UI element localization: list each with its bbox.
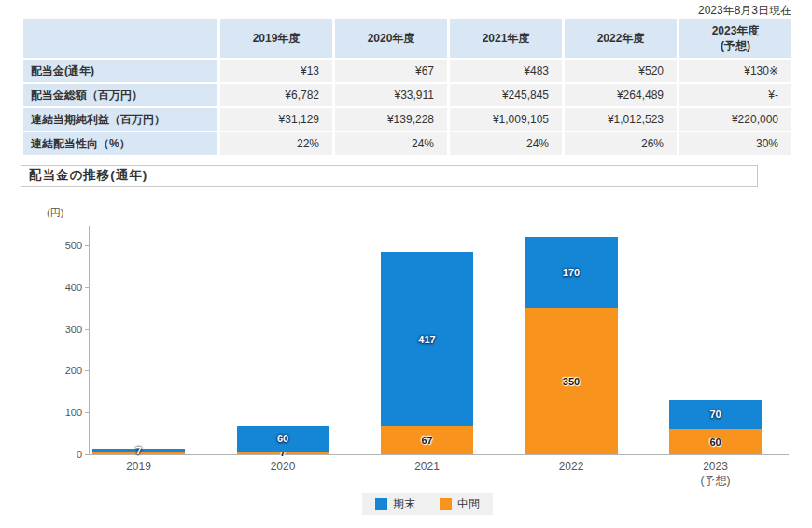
legend-label: 中間 — [457, 496, 480, 512]
y-axis-tick-label: 100 — [45, 407, 82, 418]
y-axis-tick — [85, 245, 89, 246]
legend-item: 期末 — [375, 496, 415, 512]
y-axis-tick — [85, 454, 89, 455]
bar-value-label: 7 — [135, 445, 141, 455]
chart-legend: 期末中間 — [362, 493, 493, 515]
x-axis-category-label: 2023 (予想) — [655, 460, 777, 488]
x-axis-category-label: 2019 — [78, 460, 200, 474]
x-axis-line — [89, 454, 789, 455]
bar-value-label: 67 — [421, 435, 432, 445]
y-axis-tick-label: 200 — [45, 365, 82, 376]
dividend-summary-page: 2023年8月3日現在 2019年度2020年度2021年度2022年度2023… — [0, 0, 812, 528]
bar-value-label: 350 — [563, 376, 580, 386]
bar-value-label: 60 — [709, 437, 721, 447]
y-axis-tick — [85, 370, 89, 371]
y-axis-tick-label: 500 — [45, 240, 82, 251]
legend-swatch-icon — [440, 498, 452, 510]
bar-value-label: 170 — [563, 268, 580, 278]
bar-value-label: 60 — [277, 434, 288, 444]
y-axis-tick-label: 300 — [45, 324, 82, 335]
x-axis-category-label: 2022 — [511, 460, 632, 474]
legend-item: 中間 — [440, 496, 480, 512]
legend-label: 期末 — [393, 496, 415, 512]
y-axis-line — [89, 226, 90, 454]
legend-swatch-icon — [375, 498, 387, 510]
y-axis-tick — [85, 329, 89, 330]
x-axis-category-label: 2021 — [367, 460, 488, 474]
y-axis-tick — [85, 287, 89, 288]
x-axis-category-label: 2020 — [222, 460, 343, 474]
bar-value-label: 417 — [418, 334, 435, 344]
dividend-chart: (円) 010020030040050072019760202067417202… — [0, 0, 812, 528]
bar-value-label: 70 — [709, 410, 721, 420]
y-axis-tick — [85, 412, 89, 413]
y-axis-tick-label: 400 — [45, 282, 82, 293]
y-axis-tick-label: 0 — [45, 449, 82, 460]
y-axis-unit-label: (円) — [47, 206, 63, 220]
